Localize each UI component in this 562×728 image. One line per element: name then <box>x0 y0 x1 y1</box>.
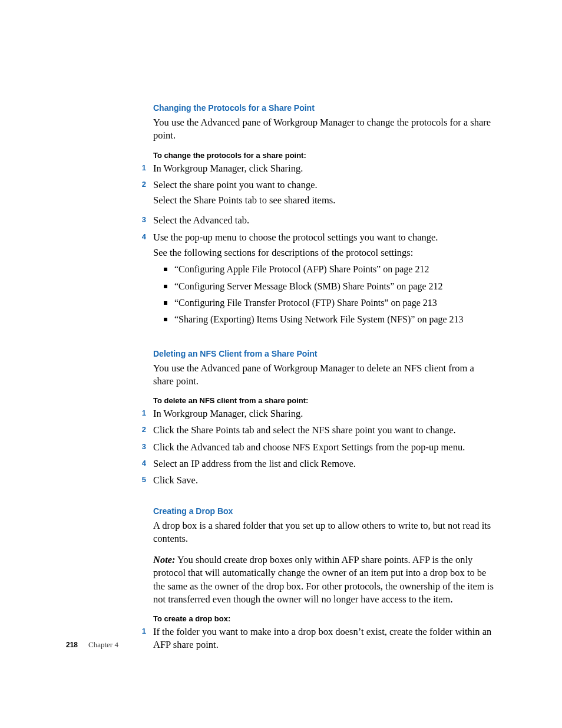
step-number: 1 <box>139 409 153 417</box>
step-sub-text: See the following sections for descripti… <box>153 246 464 259</box>
step-number: 1 <box>139 163 153 172</box>
intro-paragraph: A drop box is a shared folder that you s… <box>153 519 495 546</box>
bullet-text: “Configuring File Transfer Protocol (FTP… <box>174 297 437 309</box>
step-text: Select the Advanced tab. <box>153 214 249 227</box>
step-text: Select the share point you want to chang… <box>153 179 335 211</box>
list-item: 4Select an IP address from the list and … <box>153 457 495 470</box>
intro-paragraph: You use the Advanced pane of Workgroup M… <box>153 362 495 388</box>
bullet-text: “Sharing (Exporting) Items Using Network… <box>174 313 464 326</box>
page-number: 218 <box>66 641 78 649</box>
list-item: 4 Use the pop-up menu to choose the prot… <box>153 231 495 330</box>
page-footer: 218Chapter 4 <box>66 640 118 650</box>
square-bullet-icon <box>164 268 167 271</box>
step-number: 1 <box>139 627 153 635</box>
bullet-item: “Configuring Server Message Block (SMB) … <box>153 280 464 293</box>
list-item: 2 Select the share point you want to cha… <box>153 179 495 211</box>
step-text: Click the Share Points tab and select th… <box>153 424 456 437</box>
procedure-heading: To change the protocols for a share poin… <box>153 151 495 160</box>
bullet-list: “Configuring Apple File Protocol (AFP) S… <box>153 263 464 327</box>
note-label: Note: <box>153 554 176 565</box>
step-number: 2 <box>139 425 153 434</box>
step-number: 3 <box>139 442 153 451</box>
step-text: Click the Advanced tab and choose NFS Ex… <box>153 441 465 454</box>
list-item: 3 Select the Advanced tab. <box>153 214 495 227</box>
step-number: 5 <box>139 475 153 484</box>
procedure-heading: To create a drop box: <box>153 614 495 623</box>
bullet-item: “Sharing (Exporting) Items Using Network… <box>153 313 464 326</box>
bullet-item: “Configuring Apple File Protocol (AFP) S… <box>153 263 464 276</box>
section-heading-drop-box: Creating a Drop Box <box>153 506 495 516</box>
step-number: 4 <box>139 459 153 467</box>
section-heading-deleting-nfs: Deleting an NFS Client from a Share Poin… <box>153 349 495 358</box>
square-bullet-icon <box>164 285 167 288</box>
step-number: 2 <box>139 180 153 189</box>
step-text: In Workgroup Manager, click Sharing. <box>153 407 303 420</box>
intro-paragraph: You use the Advanced pane of Workgroup M… <box>153 116 495 143</box>
step-text: If the folder you want to make into a dr… <box>153 625 495 652</box>
note-body: You should create drop boxes only within… <box>153 554 494 605</box>
step-text: Click Save. <box>153 474 198 487</box>
page-content: Changing the Protocols for a Share Point… <box>153 103 495 660</box>
note-paragraph: Note: You should create drop boxes only … <box>153 554 495 606</box>
list-item: 5Click Save. <box>153 474 495 487</box>
step-number: 4 <box>139 232 153 241</box>
list-item: 1 If the folder you want to make into a … <box>153 625 495 652</box>
step-sub-text: Select the Share Points tab to see share… <box>153 194 335 207</box>
bullet-text: “Configuring Server Message Block (SMB) … <box>174 280 442 293</box>
chapter-label: Chapter 4 <box>88 640 118 649</box>
step-text: Use the pop-up menu to choose the protoc… <box>153 231 464 330</box>
step-number: 3 <box>139 215 153 224</box>
square-bullet-icon <box>164 318 167 321</box>
list-item: 1In Workgroup Manager, click Sharing. <box>153 407 495 420</box>
square-bullet-icon <box>164 301 167 305</box>
list-item: 2Click the Share Points tab and select t… <box>153 424 495 437</box>
list-item: 3Click the Advanced tab and choose NFS E… <box>153 441 495 454</box>
numbered-list: 1 In Workgroup Manager, click Sharing. 2… <box>153 162 495 330</box>
bullet-item: “Configuring File Transfer Protocol (FTP… <box>153 297 464 309</box>
step-text: Select an IP address from the list and c… <box>153 457 356 470</box>
numbered-list: 1In Workgroup Manager, click Sharing. 2C… <box>153 407 495 487</box>
bullet-text: “Configuring Apple File Protocol (AFP) S… <box>174 263 429 276</box>
step-text: In Workgroup Manager, click Sharing. <box>153 162 303 175</box>
section-heading-changing-protocols: Changing the Protocols for a Share Point <box>153 103 495 113</box>
procedure-heading: To delete an NFS client from a share poi… <box>153 396 495 405</box>
numbered-list: 1 If the folder you want to make into a … <box>153 625 495 652</box>
list-item: 1 In Workgroup Manager, click Sharing. <box>153 162 495 175</box>
